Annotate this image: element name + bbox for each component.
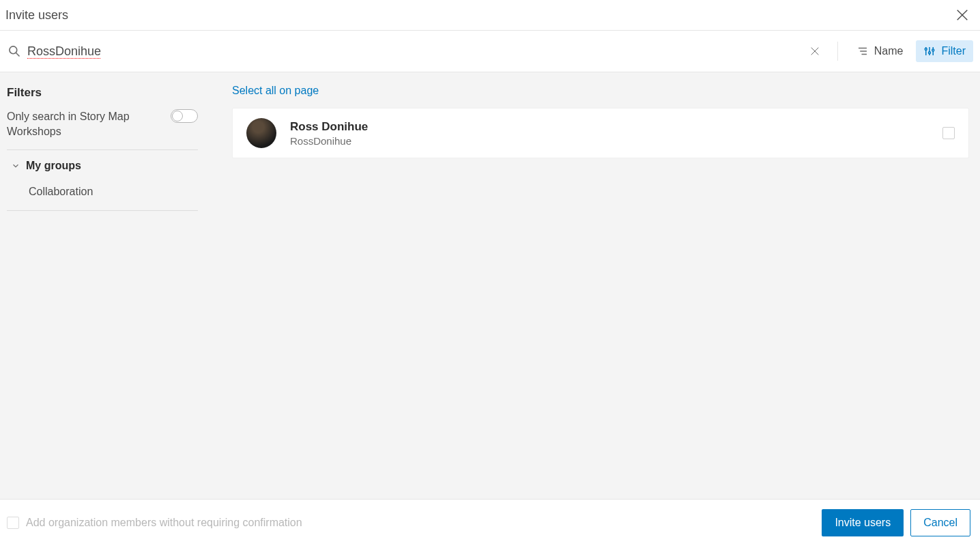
search-icon: [7, 44, 22, 59]
results-area: Select all on page Ross Donihue RossDoni…: [205, 72, 980, 499]
sort-label: Name: [874, 45, 904, 57]
modal-header: Invite users: [0, 0, 980, 31]
chevron-down-icon: [11, 161, 20, 171]
modal-title: Invite users: [5, 8, 68, 23]
skip-confirmation-option[interactable]: Add organization members without requiri…: [7, 517, 302, 529]
filter-icon: [923, 45, 936, 57]
my-groups-label: My groups: [26, 160, 81, 172]
user-name: Ross Donihue: [290, 120, 942, 134]
search-scope-toggle[interactable]: [171, 109, 198, 123]
filter-label: Filter: [941, 45, 966, 57]
user-checkbox[interactable]: [942, 127, 955, 139]
cancel-button[interactable]: Cancel: [910, 509, 970, 536]
svg-point-13: [929, 52, 931, 54]
filter-button[interactable]: Filter: [916, 40, 973, 62]
svg-line-3: [16, 53, 20, 57]
user-info: Ross Donihue RossDonihue: [290, 120, 942, 147]
my-groups-header[interactable]: My groups: [7, 150, 198, 180]
separator: [7, 210, 198, 211]
select-all-link[interactable]: Select all on page: [232, 83, 319, 108]
filters-heading: Filters: [7, 86, 198, 100]
sort-button[interactable]: Name: [849, 40, 911, 62]
modal-footer: Add organization members without requiri…: [0, 499, 980, 546]
svg-point-12: [925, 48, 927, 51]
skip-confirmation-label: Add organization members without requiri…: [26, 517, 302, 529]
skip-confirmation-checkbox[interactable]: [7, 517, 19, 529]
search-scope-label: Only search in Story Map Workshops: [7, 109, 150, 139]
search-input[interactable]: [27, 44, 801, 59]
invite-users-button[interactable]: Invite users: [822, 509, 904, 536]
group-item-collaboration[interactable]: Collaboration: [7, 180, 198, 203]
avatar: [246, 118, 276, 148]
clear-search-icon[interactable]: [807, 44, 822, 59]
user-row[interactable]: Ross Donihue RossDonihue: [232, 108, 969, 158]
svg-point-14: [932, 49, 934, 51]
separator: [837, 42, 838, 61]
search-bar: Name Filter: [0, 31, 980, 72]
search-scope-row: Only search in Story Map Workshops: [7, 109, 198, 150]
filters-sidebar: Filters Only search in Story Map Worksho…: [0, 72, 205, 499]
modal-body: Filters Only search in Story Map Worksho…: [0, 72, 980, 499]
invite-users-modal: Invite users Name: [0, 0, 980, 546]
svg-point-2: [10, 46, 17, 54]
sort-icon: [856, 45, 869, 57]
user-handle: RossDonihue: [290, 135, 942, 147]
close-icon[interactable]: [954, 7, 970, 23]
